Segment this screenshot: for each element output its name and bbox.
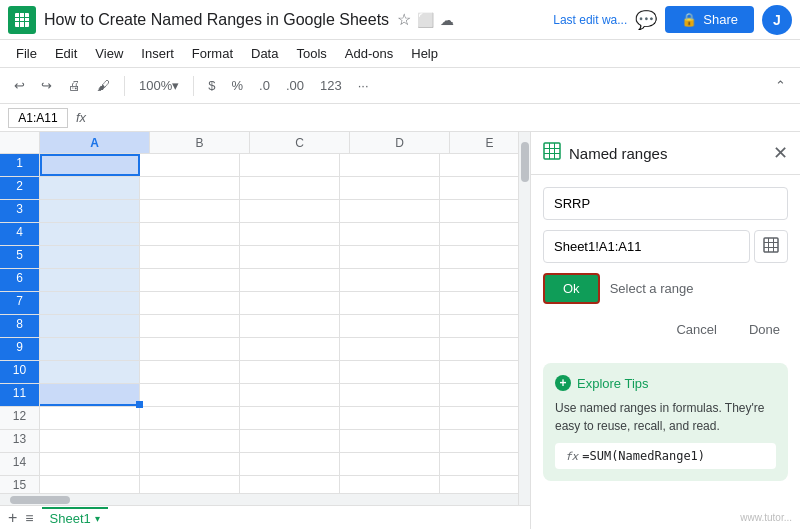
cell-a13[interactable]	[40, 430, 140, 452]
chat-icon[interactable]: 💬	[635, 9, 657, 31]
menu-edit[interactable]: Edit	[47, 43, 85, 64]
cell-a8[interactable]	[40, 315, 140, 337]
cell-d11[interactable]	[340, 384, 440, 406]
cell-b3[interactable]	[140, 200, 240, 222]
cell-e5[interactable]	[440, 246, 530, 268]
cell-c7[interactable]	[240, 292, 340, 314]
cell-b13[interactable]	[140, 430, 240, 452]
col-header-b[interactable]: B	[150, 132, 250, 153]
cell-e2[interactable]	[440, 177, 530, 199]
cell-e13[interactable]	[440, 430, 530, 452]
cell-e3[interactable]	[440, 200, 530, 222]
redo-button[interactable]: ↪	[35, 75, 58, 96]
percent-button[interactable]: %	[225, 75, 249, 96]
cell-d10[interactable]	[340, 361, 440, 383]
cell-e12[interactable]	[440, 407, 530, 429]
paintformat-button[interactable]: 🖌	[91, 75, 116, 96]
cell-e11[interactable]	[440, 384, 530, 406]
cell-a6[interactable]	[40, 269, 140, 291]
last-edit-link[interactable]: Last edit wa...	[553, 13, 627, 27]
menu-format[interactable]: Format	[184, 43, 241, 64]
cell-reference-input[interactable]	[8, 108, 68, 128]
formula-input[interactable]	[94, 110, 792, 125]
cell-b9[interactable]	[140, 338, 240, 360]
currency-button[interactable]: $	[202, 75, 221, 96]
cell-a1[interactable]	[40, 154, 140, 176]
col-header-a[interactable]: A	[40, 132, 150, 153]
cell-c4[interactable]	[240, 223, 340, 245]
menu-addons[interactable]: Add-ons	[337, 43, 401, 64]
sheet-list-button[interactable]: ≡	[25, 510, 33, 526]
cell-d4[interactable]	[340, 223, 440, 245]
cell-c11[interactable]	[240, 384, 340, 406]
cell-e10[interactable]	[440, 361, 530, 383]
cell-c12[interactable]	[240, 407, 340, 429]
cell-d1[interactable]	[340, 154, 440, 176]
cell-d3[interactable]	[340, 200, 440, 222]
decimal-increase-button[interactable]: .00	[280, 75, 310, 96]
sheet-tab-sheet1[interactable]: Sheet1 ▾	[42, 507, 108, 528]
cell-a5[interactable]	[40, 246, 140, 268]
star-icon[interactable]: ☆	[397, 10, 411, 29]
menu-help[interactable]: Help	[403, 43, 446, 64]
cell-c10[interactable]	[240, 361, 340, 383]
cell-d5[interactable]	[340, 246, 440, 268]
cell-a4[interactable]	[40, 223, 140, 245]
cell-a10[interactable]	[40, 361, 140, 383]
cell-d8[interactable]	[340, 315, 440, 337]
cell-c14[interactable]	[240, 453, 340, 475]
cell-b5[interactable]	[140, 246, 240, 268]
cell-b1[interactable]	[140, 154, 240, 176]
menu-file[interactable]: File	[8, 43, 45, 64]
cell-a14[interactable]	[40, 453, 140, 475]
cell-c2[interactable]	[240, 177, 340, 199]
cell-b4[interactable]	[140, 223, 240, 245]
cell-e8[interactable]	[440, 315, 530, 337]
cell-b12[interactable]	[140, 407, 240, 429]
cell-c13[interactable]	[240, 430, 340, 452]
cell-e6[interactable]	[440, 269, 530, 291]
cell-a9[interactable]	[40, 338, 140, 360]
cell-b11[interactable]	[140, 384, 240, 406]
undo-button[interactable]: ↩	[8, 75, 31, 96]
cell-e7[interactable]	[440, 292, 530, 314]
range-select-grid-button[interactable]	[754, 230, 788, 263]
cell-b10[interactable]	[140, 361, 240, 383]
menu-insert[interactable]: Insert	[133, 43, 182, 64]
collapse-toolbar-button[interactable]: ⌃	[769, 75, 792, 96]
cell-a2[interactable]	[40, 177, 140, 199]
cell-c1[interactable]	[240, 154, 340, 176]
cell-e4[interactable]	[440, 223, 530, 245]
ok-button[interactable]: Ok	[543, 273, 600, 304]
col-header-d[interactable]: D	[350, 132, 450, 153]
share-button[interactable]: 🔒 Share	[665, 6, 754, 33]
add-sheet-button[interactable]: +	[8, 509, 17, 527]
decimal-decrease-button[interactable]: .0	[253, 75, 276, 96]
more-tools-button[interactable]: ···	[352, 75, 375, 96]
drive-icon[interactable]: ⬜	[417, 12, 434, 28]
cell-e14[interactable]	[440, 453, 530, 475]
cell-c6[interactable]	[240, 269, 340, 291]
cell-c9[interactable]	[240, 338, 340, 360]
cell-c3[interactable]	[240, 200, 340, 222]
cell-d14[interactable]	[340, 453, 440, 475]
menu-data[interactable]: Data	[243, 43, 286, 64]
menu-tools[interactable]: Tools	[288, 43, 334, 64]
cell-a12[interactable]	[40, 407, 140, 429]
cell-d7[interactable]	[340, 292, 440, 314]
horizontal-scrollbar[interactable]	[0, 493, 518, 505]
cell-b7[interactable]	[140, 292, 240, 314]
range-name-input[interactable]	[543, 187, 788, 220]
cell-c5[interactable]	[240, 246, 340, 268]
cell-d6[interactable]	[340, 269, 440, 291]
done-button[interactable]: Done	[741, 318, 788, 341]
cell-b2[interactable]	[140, 177, 240, 199]
print-button[interactable]: 🖨	[62, 75, 87, 96]
vertical-scrollbar[interactable]	[518, 132, 530, 505]
zoom-control[interactable]: 100% ▾	[133, 75, 185, 96]
cell-d13[interactable]	[340, 430, 440, 452]
cell-a11[interactable]	[40, 384, 140, 406]
cell-a3[interactable]	[40, 200, 140, 222]
range-value-input[interactable]	[543, 230, 750, 263]
avatar[interactable]: J	[762, 5, 792, 35]
